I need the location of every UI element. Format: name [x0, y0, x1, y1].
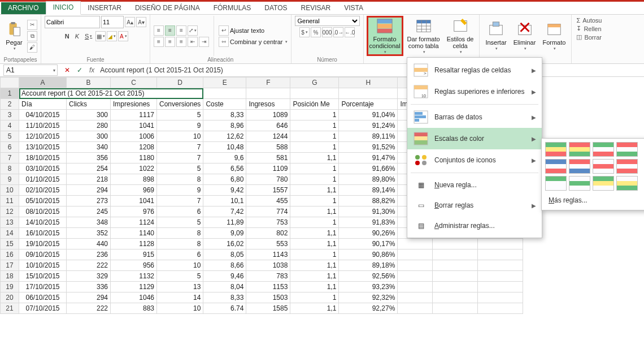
cell[interactable]: 581	[246, 153, 290, 163]
cell[interactable]: 9	[157, 120, 203, 131]
cell[interactable]: Account report (1 Oct 2015-21 Oct 2015)	[19, 88, 203, 99]
bold-button[interactable]: N	[63, 31, 72, 42]
decrease-font-icon[interactable]: A▾	[136, 17, 146, 27]
merge-center-button[interactable]: ⇿Combinar y centrar	[219, 37, 288, 47]
format-cells-button[interactable]: Formato	[540, 20, 568, 52]
cell[interactable]: 1503	[246, 292, 290, 303]
cell[interactable]: 1089	[246, 110, 290, 120]
italic-button[interactable]: K	[73, 31, 81, 42]
cell[interactable]: 1	[290, 110, 339, 120]
cell[interactable]: 1,1	[290, 239, 339, 249]
col-header[interactable]: A	[19, 78, 67, 88]
tab-file[interactable]: ARCHIVO	[1, 2, 46, 14]
cell[interactable]: 10/10/2015	[19, 260, 67, 271]
color-scale-option[interactable]	[569, 142, 590, 157]
cell[interactable]: 6	[157, 249, 203, 260]
cell-styles-button[interactable]: Estilos de celda	[445, 16, 476, 55]
cell[interactable]: 1128	[111, 239, 157, 249]
cell[interactable]: 1,1	[290, 153, 339, 163]
cell[interactable]: 553	[246, 239, 290, 249]
cell[interactable]: 440	[67, 239, 111, 249]
cell[interactable]: 07/10/2015	[19, 303, 67, 314]
cell[interactable]: 1132	[111, 271, 157, 282]
cell[interactable]: 8,33	[203, 110, 246, 120]
cell[interactable]: 5	[157, 163, 203, 174]
select-all-corner[interactable]	[1, 78, 19, 88]
cell[interactable]: 1	[290, 174, 339, 185]
cell[interactable]: 89,11%	[339, 131, 398, 142]
cell[interactable]: 1041	[111, 120, 157, 131]
currency-icon[interactable]: $	[299, 27, 310, 37]
cell[interactable]: 13/10/2015	[19, 142, 67, 153]
cell[interactable]: 348	[67, 217, 111, 228]
cell[interactable]: 91,83%	[339, 217, 398, 228]
row-header[interactable]: 9	[1, 174, 19, 185]
cell[interactable]: 90,86%	[339, 249, 398, 260]
cell[interactable]: 9	[157, 185, 203, 196]
cell[interactable]: 753	[246, 217, 290, 228]
cell[interactable]: 5	[157, 271, 203, 282]
cell[interactable]: 898	[111, 174, 157, 185]
tab-view[interactable]: VISTA	[337, 2, 370, 14]
percent-icon[interactable]: %	[311, 27, 321, 37]
cell[interactable]: 13	[157, 282, 203, 292]
menu-icon-sets[interactable]: Conjuntos de iconos▶	[407, 149, 542, 171]
cell[interactable]: 10	[157, 260, 203, 271]
cell[interactable]: 783	[246, 271, 290, 282]
cell[interactable]: 218	[67, 174, 111, 185]
cell[interactable]: 1143	[246, 249, 290, 260]
align-middle-icon[interactable]: ≡	[165, 25, 175, 36]
row-header[interactable]: 10	[1, 185, 19, 196]
cell[interactable]: 356	[67, 153, 111, 163]
cell[interactable]: 17/10/2015	[19, 282, 67, 292]
cell[interactable]: 802	[246, 228, 290, 239]
cell[interactable]: 1124	[111, 217, 157, 228]
cell[interactable]: 774	[246, 206, 290, 217]
more-rules-link[interactable]: Más reglas...	[545, 194, 644, 206]
align-bottom-icon[interactable]: ≡	[176, 25, 186, 36]
cell[interactable]: 336	[67, 282, 111, 292]
row-header[interactable]: 1	[1, 88, 19, 99]
cell[interactable]: 1	[290, 249, 339, 260]
row-header[interactable]: 6	[1, 142, 19, 153]
menu-new-rule[interactable]: ▦Nueva regla...	[407, 175, 542, 195]
cell[interactable]: 294	[67, 292, 111, 303]
cell[interactable]: 254	[67, 163, 111, 174]
cell[interactable]: 92,27%	[339, 303, 398, 314]
cell[interactable]: 1	[290, 131, 339, 142]
color-scale-option[interactable]	[545, 159, 567, 174]
cell[interactable]: 1,1	[290, 206, 339, 217]
cell[interactable]: 883	[111, 303, 157, 314]
conditional-formatting-button[interactable]: Formato condicional	[367, 16, 403, 55]
cell[interactable]: 92,32%	[339, 292, 398, 303]
color-scale-option[interactable]	[616, 142, 638, 157]
cell[interactable]: 1006	[111, 131, 157, 142]
cell[interactable]: 352	[67, 228, 111, 239]
increase-decimal-icon[interactable]: .0→	[333, 27, 343, 37]
cell[interactable]: 1117	[111, 110, 157, 120]
underline-button[interactable]: S	[82, 31, 94, 42]
cell[interactable]: 01/10/2015	[19, 174, 67, 185]
cell[interactable]: 1	[290, 120, 339, 131]
cell[interactable]: 1129	[111, 282, 157, 292]
number-format-select[interactable]: General	[295, 16, 360, 26]
indent-inc-icon[interactable]: ⇥	[199, 37, 209, 47]
menu-highlight-rules[interactable]: > Resaltar reglas de celdas▶	[407, 59, 542, 81]
row-header[interactable]: 2	[1, 99, 19, 110]
row-header[interactable]: 3	[1, 110, 19, 120]
tab-page-layout[interactable]: DISEÑO DE PÁGINA	[128, 2, 207, 14]
row-header[interactable]: 17	[1, 260, 19, 271]
col-header[interactable]: D	[157, 78, 203, 88]
row-header[interactable]: 11	[1, 196, 19, 206]
cell[interactable]: 1046	[111, 292, 157, 303]
cell[interactable]: 09/10/2015	[19, 249, 67, 260]
fx-icon[interactable]: fx	[86, 66, 98, 74]
cell[interactable]: 8	[157, 228, 203, 239]
decrease-decimal-icon[interactable]: ←.0	[345, 27, 355, 37]
cell[interactable]: 06/10/2015	[19, 292, 67, 303]
cell[interactable]: 1,1	[290, 271, 339, 282]
cell[interactable]: 1585	[246, 303, 290, 314]
row-header[interactable]: 20	[1, 292, 19, 303]
cell[interactable]: 11,89	[203, 217, 246, 228]
cell[interactable]: 273	[67, 196, 111, 206]
